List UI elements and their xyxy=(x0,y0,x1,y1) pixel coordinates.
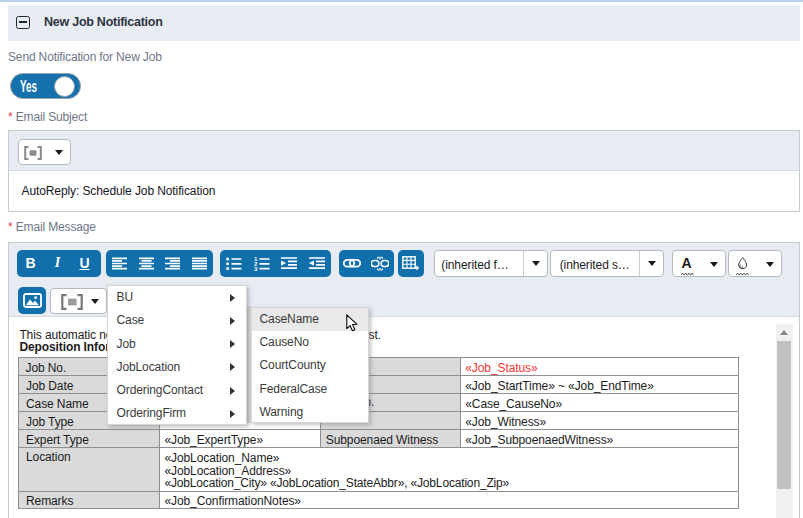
svg-text:3: 3 xyxy=(254,266,258,272)
